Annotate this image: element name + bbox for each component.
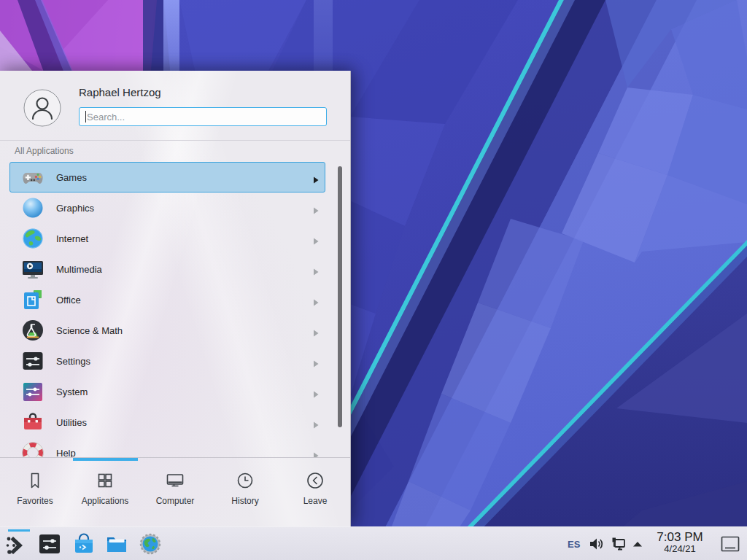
submenu-arrow-icon xyxy=(313,419,319,426)
tab-applications[interactable]: Applications xyxy=(70,461,140,506)
search-field-wrap xyxy=(79,107,327,126)
submenu-arrow-icon xyxy=(313,449,319,456)
internet-globe-icon xyxy=(21,227,44,250)
footer-tabs: Favorites Applications Computer xyxy=(0,461,350,506)
launcher-active-indicator xyxy=(8,529,30,532)
text-cursor xyxy=(85,111,86,122)
category-label: System xyxy=(56,386,88,397)
dolphin-folder-icon xyxy=(104,532,129,556)
office-document-icon xyxy=(21,288,44,311)
expand-tray-button[interactable] xyxy=(632,527,643,560)
expand-tray-caret-icon xyxy=(632,541,643,547)
category-row-games[interactable]: Games xyxy=(9,162,325,192)
submenu-arrow-icon xyxy=(313,174,319,181)
footer-separator xyxy=(0,457,350,458)
tab-label: Applications xyxy=(82,496,129,506)
show-desktop-button[interactable] xyxy=(721,527,740,560)
submenu-arrow-icon xyxy=(313,357,319,365)
category-label: Internet xyxy=(56,233,88,244)
taskbar-panel: ES 7:03 PM 4/24/21 xyxy=(0,526,747,560)
category-label: Multimedia xyxy=(56,264,102,275)
tab-favorites[interactable]: Favorites xyxy=(0,461,70,506)
system-settings-task[interactable] xyxy=(35,529,64,559)
dolphin-task[interactable] xyxy=(102,529,131,559)
volume-icon xyxy=(588,536,604,552)
leave-icon xyxy=(305,470,325,491)
category-label: Settings xyxy=(56,356,90,367)
category-label: Office xyxy=(56,295,81,306)
gamepad-icon xyxy=(21,166,44,189)
tab-history[interactable]: History xyxy=(210,461,280,506)
search-input[interactable] xyxy=(79,107,327,126)
network-tray-item[interactable] xyxy=(610,527,627,560)
category-row-utilities[interactable]: Utilities xyxy=(9,407,325,438)
header-separator xyxy=(0,140,350,141)
discover-bag-icon xyxy=(71,532,96,556)
show-desktop-icon xyxy=(721,536,740,552)
tab-label: History xyxy=(231,496,258,506)
tab-computer[interactable]: Computer xyxy=(140,461,210,506)
browser-task[interactable] xyxy=(136,529,165,559)
category-row-office[interactable]: Office xyxy=(9,284,325,315)
multimedia-monitor-icon xyxy=(21,257,44,281)
keyboard-layout-label: ES xyxy=(568,539,580,550)
tab-label: Computer xyxy=(156,496,195,506)
lifebuoy-icon xyxy=(21,441,44,457)
category-row-multimedia[interactable]: Multimedia xyxy=(9,254,325,284)
category-row-internet[interactable]: Internet xyxy=(9,223,325,254)
browser-globe-icon xyxy=(138,532,163,556)
submenu-arrow-icon xyxy=(313,235,319,242)
category-label: Utilities xyxy=(56,417,87,428)
volume-tray-item[interactable] xyxy=(588,527,604,560)
category-row-settings[interactable]: Settings xyxy=(9,346,325,376)
network-icon xyxy=(610,535,627,553)
clock-date: 4/24/21 xyxy=(648,544,712,554)
category-label: Help xyxy=(56,448,76,458)
science-flask-icon xyxy=(21,319,44,342)
scrollbar-thumb[interactable] xyxy=(338,166,342,427)
submenu-arrow-icon xyxy=(313,296,319,303)
desktop: Raphael Hertzog All Applications xyxy=(0,0,747,560)
clock-time: 7:03 PM xyxy=(648,530,712,544)
graphics-sphere-icon xyxy=(21,196,44,219)
settings-sliders-icon xyxy=(21,349,44,373)
application-launcher-button[interactable] xyxy=(2,529,31,559)
tab-label: Leave xyxy=(303,496,328,506)
category-row-science-math[interactable]: Science & Math xyxy=(9,315,325,346)
history-clock-icon xyxy=(235,470,255,491)
category-row-help[interactable]: Help xyxy=(9,438,325,457)
app-grid-icon xyxy=(95,470,115,491)
launcher-footer: Favorites Applications Computer xyxy=(0,457,350,526)
bookmark-icon xyxy=(25,470,45,491)
toolbox-icon xyxy=(21,411,44,434)
category-label: Science & Math xyxy=(56,325,123,336)
user-name: Raphael Hertzog xyxy=(79,86,161,98)
submenu-arrow-icon xyxy=(313,265,319,273)
tab-leave[interactable]: Leave xyxy=(280,461,350,506)
submenu-arrow-icon xyxy=(313,327,319,334)
system-sliders-icon xyxy=(21,380,44,403)
computer-icon xyxy=(165,470,185,491)
category-row-system[interactable]: System xyxy=(9,376,325,407)
digital-clock[interactable]: 7:03 PM 4/24/21 xyxy=(648,530,712,554)
keyboard-layout-indicator[interactable]: ES xyxy=(568,527,580,560)
category-label: Graphics xyxy=(56,203,94,214)
category-label: Games xyxy=(56,172,87,183)
section-label: All Applications xyxy=(15,146,74,156)
submenu-arrow-icon xyxy=(313,388,319,395)
category-list: Games Graphics xyxy=(0,162,350,457)
submenu-arrow-icon xyxy=(313,204,319,211)
system-settings-icon xyxy=(37,532,62,556)
discover-task[interactable] xyxy=(69,529,98,559)
tab-label: Favorites xyxy=(17,496,53,506)
application-launcher-menu: Raphael Hertzog All Applications xyxy=(0,71,351,526)
user-avatar[interactable] xyxy=(23,89,61,127)
category-row-graphics[interactable]: Graphics xyxy=(9,192,325,223)
launcher-header: Raphael Hertzog xyxy=(0,71,350,140)
kde-launcher-icon xyxy=(4,532,29,556)
